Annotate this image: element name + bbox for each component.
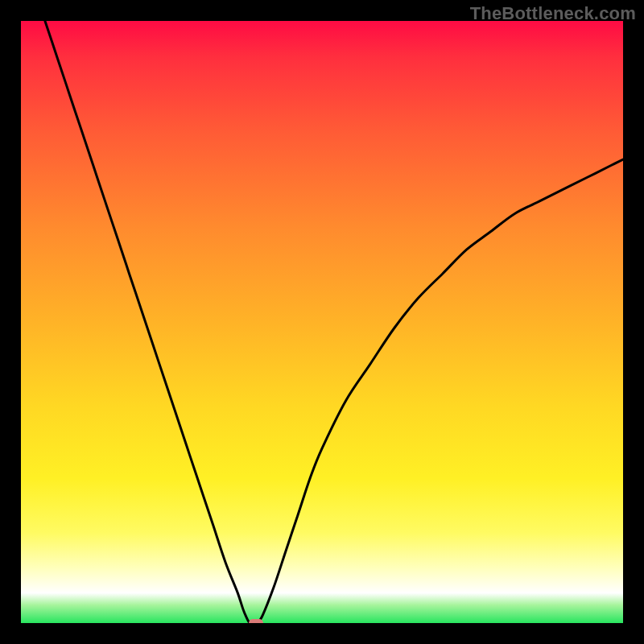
bottleneck-curve xyxy=(21,21,623,623)
optimum-marker xyxy=(249,619,263,623)
curve-path xyxy=(45,21,623,623)
chart-frame: TheBottleneck.com xyxy=(0,0,644,644)
watermark-text: TheBottleneck.com xyxy=(470,3,636,24)
plot-area xyxy=(21,21,623,623)
